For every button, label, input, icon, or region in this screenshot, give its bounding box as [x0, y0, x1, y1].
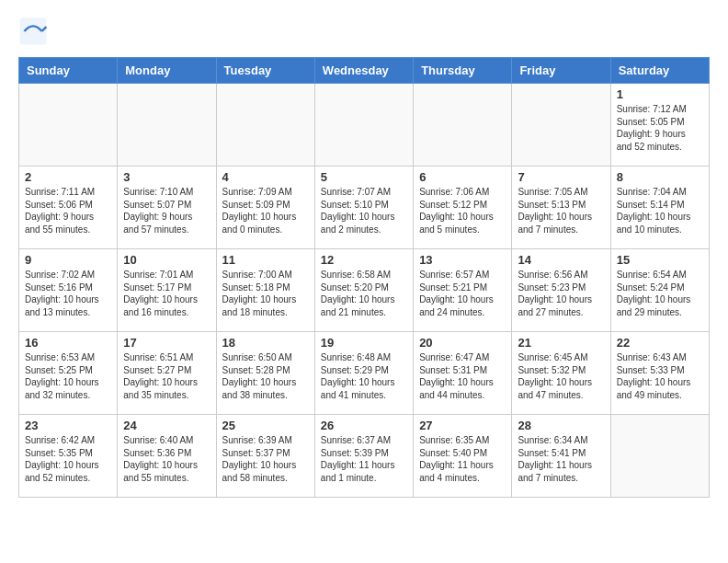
- column-header-thursday: Thursday: [414, 58, 512, 84]
- day-number: 8: [617, 170, 703, 184]
- day-number: 18: [222, 336, 309, 350]
- calendar-cell: 20Sunrise: 6:47 AM Sunset: 5:31 PM Dayli…: [414, 332, 512, 415]
- calendar-cell: 13Sunrise: 6:57 AM Sunset: 5:21 PM Dayli…: [414, 249, 512, 332]
- calendar-cell: 7Sunrise: 7:05 AM Sunset: 5:13 PM Daylig…: [512, 167, 610, 249]
- calendar-cell: [610, 415, 709, 498]
- calendar-cell: 9Sunrise: 7:02 AM Sunset: 5:16 PM Daylig…: [19, 249, 118, 332]
- column-header-tuesday: Tuesday: [216, 58, 314, 84]
- column-header-friday: Friday: [512, 58, 610, 84]
- calendar-cell: [512, 84, 610, 167]
- calendar-cell: 10Sunrise: 7:01 AM Sunset: 5:17 PM Dayli…: [118, 249, 216, 332]
- calendar-cell: [314, 84, 413, 167]
- day-number: 7: [518, 170, 604, 184]
- day-number: 14: [518, 253, 604, 267]
- calendar-cell: 24Sunrise: 6:40 AM Sunset: 5:36 PM Dayli…: [118, 415, 216, 498]
- calendar-cell: 18Sunrise: 6:50 AM Sunset: 5:28 PM Dayli…: [216, 332, 314, 415]
- day-number: 3: [123, 170, 210, 184]
- week-row-4: 16Sunrise: 6:53 AM Sunset: 5:25 PM Dayli…: [19, 332, 710, 415]
- column-header-sunday: Sunday: [19, 58, 118, 84]
- calendar-cell: 17Sunrise: 6:51 AM Sunset: 5:27 PM Dayli…: [118, 332, 216, 415]
- day-info: Sunrise: 7:09 AM Sunset: 5:09 PM Dayligh…: [222, 186, 309, 236]
- day-number: 21: [518, 336, 604, 350]
- column-header-saturday: Saturday: [610, 58, 709, 84]
- day-info: Sunrise: 7:01 AM Sunset: 5:17 PM Dayligh…: [123, 269, 210, 318]
- day-info: Sunrise: 7:12 AM Sunset: 5:05 PM Dayligh…: [617, 103, 703, 153]
- day-number: 17: [123, 336, 210, 350]
- day-info: Sunrise: 7:04 AM Sunset: 5:14 PM Dayligh…: [617, 186, 703, 236]
- day-number: 6: [419, 170, 506, 184]
- week-row-5: 23Sunrise: 6:42 AM Sunset: 5:35 PM Dayli…: [19, 415, 710, 498]
- week-row-2: 2Sunrise: 7:11 AM Sunset: 5:06 PM Daylig…: [19, 167, 710, 249]
- week-row-3: 9Sunrise: 7:02 AM Sunset: 5:16 PM Daylig…: [19, 249, 710, 332]
- calendar-cell: 14Sunrise: 6:56 AM Sunset: 5:23 PM Dayli…: [512, 249, 610, 332]
- column-header-wednesday: Wednesday: [314, 58, 413, 84]
- day-info: Sunrise: 6:47 AM Sunset: 5:31 PM Dayligh…: [419, 351, 506, 401]
- day-info: Sunrise: 7:10 AM Sunset: 5:07 PM Dayligh…: [123, 186, 210, 236]
- day-info: Sunrise: 7:02 AM Sunset: 5:16 PM Dayligh…: [25, 269, 111, 318]
- day-number: 25: [222, 419, 309, 432]
- calendar-cell: 16Sunrise: 6:53 AM Sunset: 5:25 PM Dayli…: [19, 332, 118, 415]
- calendar-cell: 22Sunrise: 6:43 AM Sunset: 5:33 PM Dayli…: [610, 332, 709, 415]
- day-info: Sunrise: 6:34 AM Sunset: 5:41 PM Dayligh…: [518, 434, 604, 484]
- day-number: 10: [123, 253, 210, 267]
- day-number: 27: [419, 419, 506, 432]
- day-number: 1: [617, 87, 703, 101]
- column-header-monday: Monday: [118, 58, 216, 84]
- day-number: 20: [419, 336, 506, 350]
- calendar-table: SundayMondayTuesdayWednesdayThursdayFrid…: [18, 57, 710, 498]
- calendar-cell: [19, 84, 118, 167]
- day-number: 22: [617, 336, 703, 350]
- day-info: Sunrise: 6:42 AM Sunset: 5:35 PM Dayligh…: [25, 434, 111, 484]
- day-info: Sunrise: 6:58 AM Sunset: 5:20 PM Dayligh…: [321, 269, 407, 318]
- day-info: Sunrise: 6:35 AM Sunset: 5:40 PM Dayligh…: [419, 434, 506, 484]
- week-row-1: 1Sunrise: 7:12 AM Sunset: 5:05 PM Daylig…: [19, 84, 710, 167]
- day-info: Sunrise: 6:39 AM Sunset: 5:37 PM Dayligh…: [222, 434, 309, 484]
- calendar-cell: 19Sunrise: 6:48 AM Sunset: 5:29 PM Dayli…: [314, 332, 413, 415]
- calendar-cell: 26Sunrise: 6:37 AM Sunset: 5:39 PM Dayli…: [314, 415, 413, 498]
- calendar-cell: 28Sunrise: 6:34 AM Sunset: 5:41 PM Dayli…: [512, 415, 610, 498]
- calendar-cell: 8Sunrise: 7:04 AM Sunset: 5:14 PM Daylig…: [610, 167, 709, 249]
- calendar-cell: [118, 84, 216, 167]
- calendar-cell: 4Sunrise: 7:09 AM Sunset: 5:09 PM Daylig…: [216, 167, 314, 249]
- day-number: 13: [419, 253, 506, 267]
- day-info: Sunrise: 6:45 AM Sunset: 5:32 PM Dayligh…: [518, 351, 604, 401]
- day-number: 9: [25, 253, 111, 267]
- day-info: Sunrise: 7:06 AM Sunset: 5:12 PM Dayligh…: [419, 186, 506, 236]
- logo: [18, 18, 50, 48]
- calendar-cell: 5Sunrise: 7:07 AM Sunset: 5:10 PM Daylig…: [314, 167, 413, 249]
- day-info: Sunrise: 6:53 AM Sunset: 5:25 PM Dayligh…: [25, 351, 111, 401]
- calendar-cell: 27Sunrise: 6:35 AM Sunset: 5:40 PM Dayli…: [414, 415, 512, 498]
- day-number: 28: [518, 419, 604, 432]
- day-info: Sunrise: 6:51 AM Sunset: 5:27 PM Dayligh…: [123, 351, 210, 401]
- calendar-cell: 25Sunrise: 6:39 AM Sunset: 5:37 PM Dayli…: [216, 415, 314, 498]
- day-number: 19: [321, 336, 407, 350]
- calendar-cell: [216, 84, 314, 167]
- day-info: Sunrise: 6:48 AM Sunset: 5:29 PM Dayligh…: [321, 351, 407, 401]
- calendar-cell: 11Sunrise: 7:00 AM Sunset: 5:18 PM Dayli…: [216, 249, 314, 332]
- day-info: Sunrise: 6:43 AM Sunset: 5:33 PM Dayligh…: [617, 351, 703, 401]
- day-number: 12: [321, 253, 407, 267]
- day-number: 26: [321, 419, 407, 432]
- day-info: Sunrise: 6:50 AM Sunset: 5:28 PM Dayligh…: [222, 351, 309, 401]
- day-number: 2: [25, 170, 111, 184]
- day-info: Sunrise: 6:54 AM Sunset: 5:24 PM Dayligh…: [617, 269, 703, 318]
- day-number: 11: [222, 253, 309, 267]
- calendar-cell: [414, 84, 512, 167]
- calendar-cell: 3Sunrise: 7:10 AM Sunset: 5:07 PM Daylig…: [118, 167, 216, 249]
- calendar-cell: 1Sunrise: 7:12 AM Sunset: 5:05 PM Daylig…: [610, 84, 709, 167]
- day-info: Sunrise: 7:11 AM Sunset: 5:06 PM Dayligh…: [25, 186, 111, 236]
- day-number: 23: [25, 419, 111, 432]
- day-number: 24: [123, 419, 210, 432]
- calendar-cell: 6Sunrise: 7:06 AM Sunset: 5:12 PM Daylig…: [414, 167, 512, 249]
- logo-icon: [18, 17, 48, 46]
- calendar-cell: 12Sunrise: 6:58 AM Sunset: 5:20 PM Dayli…: [314, 249, 413, 332]
- day-number: 16: [25, 336, 111, 350]
- day-info: Sunrise: 7:07 AM Sunset: 5:10 PM Dayligh…: [321, 186, 407, 236]
- calendar-cell: 23Sunrise: 6:42 AM Sunset: 5:35 PM Dayli…: [19, 415, 118, 498]
- calendar-cell: 15Sunrise: 6:54 AM Sunset: 5:24 PM Dayli…: [610, 249, 709, 332]
- calendar-cell: 2Sunrise: 7:11 AM Sunset: 5:06 PM Daylig…: [19, 167, 118, 249]
- calendar-cell: 21Sunrise: 6:45 AM Sunset: 5:32 PM Dayli…: [512, 332, 610, 415]
- day-info: Sunrise: 6:57 AM Sunset: 5:21 PM Dayligh…: [419, 269, 506, 318]
- day-info: Sunrise: 7:00 AM Sunset: 5:18 PM Dayligh…: [222, 269, 309, 318]
- day-number: 5: [321, 170, 407, 184]
